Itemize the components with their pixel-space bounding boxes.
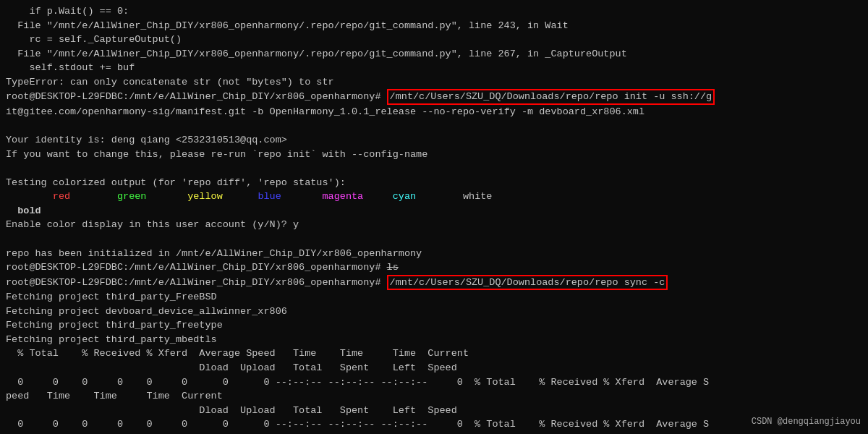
line-10: Your identity is: deng qiang <2532310513…: [6, 133, 862, 148]
line-25: % Total % Received % Xferd Average Speed…: [6, 346, 862, 361]
color-green: green: [117, 191, 147, 202]
line-17: [6, 232, 862, 247]
line-3: rc = self._CaptureOutput(): [6, 33, 862, 47]
line-7: root@DESKTOP-L29FDBC:/mnt/e/AllWiner_Chi…: [6, 89, 862, 105]
line-23: Fetching project third_party_freetype: [6, 318, 862, 333]
line-21: Fetching project third_party_FreeBSD: [6, 290, 862, 305]
color-yellow: yellow: [187, 191, 223, 202]
line-29: Dload Upload Total Spent Left Speed: [6, 404, 862, 418]
prompt-2: root@DESKTOP-L29FDBC:/mnt/e/AllWiner_Chi…: [6, 260, 387, 275]
line-5: self.stdout += buf: [6, 61, 862, 75]
line-24: Fetching project third_party_mbedtls: [6, 333, 862, 347]
line-26: Dload Upload Total Spent Left Speed: [6, 361, 862, 375]
color-magenta: magenta: [323, 191, 364, 202]
line-colors: red green yellow blue magenta cyan white: [6, 190, 862, 204]
line-20: root@DESKTOP-L29FDBC:/mnt/e/AllWiner_Chi…: [6, 275, 862, 291]
line-9: [6, 119, 862, 133]
terminal: if p.Wait() == 0: File "/mnt/e/AllWiner_…: [0, 0, 868, 434]
line-16: Enable color display in this user accoun…: [6, 218, 862, 232]
line-27: 0 0 0 0 0 0 0 0 --:--:-- --:--:-- --:--:…: [6, 375, 862, 390]
line-6: TypeError: can only concatenate str (not…: [6, 75, 862, 90]
command-box-2: /mnt/c/Users/SZU_DQ/Downloads/repo/repo …: [387, 275, 668, 291]
line-13: Testing colorized output (for 'repo diff…: [6, 176, 862, 190]
line-18: repo has been initialized in /mnt/e/AllW…: [6, 247, 862, 261]
color-blue: blue: [258, 191, 281, 202]
line-bold: bold: [6, 204, 862, 218]
line-11: If you want to change this, please re-ru…: [6, 148, 862, 162]
line-8: it@gitee.com/openharmony-sig/manifest.gi…: [6, 105, 862, 119]
line-19: root@DESKTOP-L29FDBC:/mnt/e/AllWiner_Chi…: [6, 260, 862, 275]
line-1: if p.Wait() == 0:: [6, 4, 862, 19]
line-4: File "/mnt/e/AllWiner_Chip_DIY/xr806_ope…: [6, 47, 862, 61]
ls-command: ls: [387, 260, 399, 275]
prompt-1: root@DESKTOP-L29FDBC:/mnt/e/AllWiner_Chi…: [6, 90, 387, 104]
line-30: 0 0 0 0 0 0 0 0 --:--:-- --:--:-- --:--:…: [6, 417, 862, 432]
color-red: red: [53, 191, 70, 202]
color-cyan: cyan: [393, 191, 416, 202]
prompt-3: root@DESKTOP-L29FDBC:/mnt/e/AllWiner_Chi…: [6, 276, 387, 290]
line-22: Fetching project devboard_device_allwinn…: [6, 305, 862, 319]
command-box-1: /mnt/c/Users/SZU_DQ/Downloads/repo/repo …: [387, 89, 715, 105]
watermark: CSDN @dengqiangjiayou: [752, 417, 861, 427]
line-2: File "/mnt/e/AllWiner_Chip_DIY/xr806_ope…: [6, 19, 862, 33]
line-12: [6, 161, 862, 176]
line-28: peed Time Time Time Current: [6, 389, 862, 404]
bold-text: bold: [17, 205, 41, 216]
